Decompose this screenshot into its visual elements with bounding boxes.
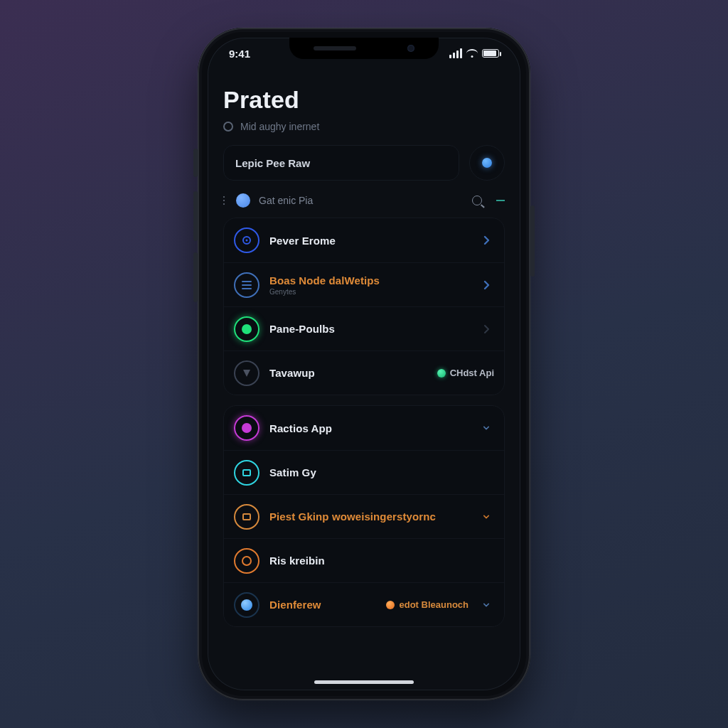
list-item-label: Pane-Poulbs [269, 323, 469, 335]
search-input[interactable]: Lepic Pee Raw [223, 145, 459, 181]
list-item-label: Ris kreibin [269, 555, 494, 567]
list-item[interactable]: Satim Gy [224, 450, 504, 494]
page-subtitle: Mid aughy inernet [240, 121, 319, 132]
list-group-1: Pever Erome Boas Node dalWetips Genytes … [223, 218, 505, 395]
app-icon [234, 504, 259, 530]
list-item-label: Boas Node dalWetips [269, 274, 469, 287]
more-vertical-icon [223, 196, 225, 205]
volume-up-button [193, 191, 198, 241]
screen: 9:41 Prated Mid aughy inernet Lepic Pee … [208, 38, 520, 690]
circle-outline-icon [223, 122, 233, 132]
list-item-label: Satim Gy [269, 466, 494, 478]
chevron-down-icon [480, 513, 493, 520]
badge: CHdst Api [437, 368, 494, 378]
battery-icon [482, 49, 499, 58]
ring-icon [234, 548, 259, 574]
extra-dot-icon [386, 601, 395, 609]
dot-icon [234, 592, 259, 618]
chevron-right-icon [478, 324, 494, 334]
person-icon [234, 360, 259, 386]
chevron-right-icon [478, 280, 494, 290]
target-icon [234, 228, 259, 253]
front-camera [407, 45, 414, 52]
power-button [530, 205, 535, 277]
list-item[interactable]: Ractios App [224, 406, 504, 450]
list-item-extra: edot Bleaunoch [386, 599, 469, 610]
list-item-label: Ractios App [269, 422, 469, 434]
list-item-label: Dienferew [269, 599, 376, 611]
search-icon [472, 196, 482, 205]
side-button [193, 149, 198, 177]
svg-point-1 [246, 240, 248, 242]
list-item[interactable]: Boas Node dalWetips Genytes [224, 262, 504, 306]
status-dot-icon [234, 415, 259, 441]
wifi-icon [466, 49, 478, 58]
dash-icon [496, 200, 505, 201]
speaker-grille [314, 46, 356, 50]
list-group-2: Ractios App Satim Gy Piest Gkinp woweisi… [223, 405, 505, 627]
status-dot-icon [234, 316, 259, 342]
app-icon [234, 460, 259, 486]
list-item[interactable]: Pever Erome [224, 218, 504, 262]
status-time: 9:41 [229, 48, 250, 60]
page-title: Prated [223, 86, 505, 114]
list-item[interactable]: Tavawup CHdst Api [224, 350, 504, 395]
filter-row[interactable]: Gat enic Pia [223, 193, 505, 208]
page-subtitle-row: Mid aughy inernet [223, 121, 505, 132]
home-indicator[interactable] [314, 680, 414, 684]
notch [289, 38, 439, 59]
chevron-down-icon [480, 424, 493, 432]
badge-dot-icon [437, 369, 446, 378]
list-item[interactable]: Piest Gkinp woweisingerstyornc [224, 494, 504, 538]
list-item-sublabel: Genytes [269, 288, 469, 296]
list-item-label: Pever Erome [269, 235, 469, 247]
list-item[interactable]: Ris kreibin [224, 538, 504, 582]
list-item[interactable]: Pane-Poulbs [224, 306, 504, 350]
phone-frame: 9:41 Prated Mid aughy inernet Lepic Pee … [198, 28, 530, 700]
cellular-icon [449, 48, 462, 58]
list-item-label: Piest Gkinp woweisingerstyornc [269, 510, 469, 523]
chevron-down-icon [480, 601, 493, 609]
badge-label: CHdst Api [450, 368, 494, 378]
dot-icon [482, 158, 492, 168]
list-item[interactable]: Dienferew edot Bleaunoch [224, 582, 504, 626]
volume-down-button [193, 252, 198, 302]
filter-dot-icon [236, 193, 250, 208]
bars-icon [234, 272, 259, 298]
chevron-right-icon [478, 235, 494, 245]
extra-label: edot Bleaunoch [399, 599, 469, 610]
filter-label: Gat enic Pia [259, 195, 464, 206]
action-button[interactable] [469, 145, 505, 181]
search-input-value: Lepic Pee Raw [235, 157, 310, 169]
list-item-label: Tavawup [269, 367, 423, 379]
